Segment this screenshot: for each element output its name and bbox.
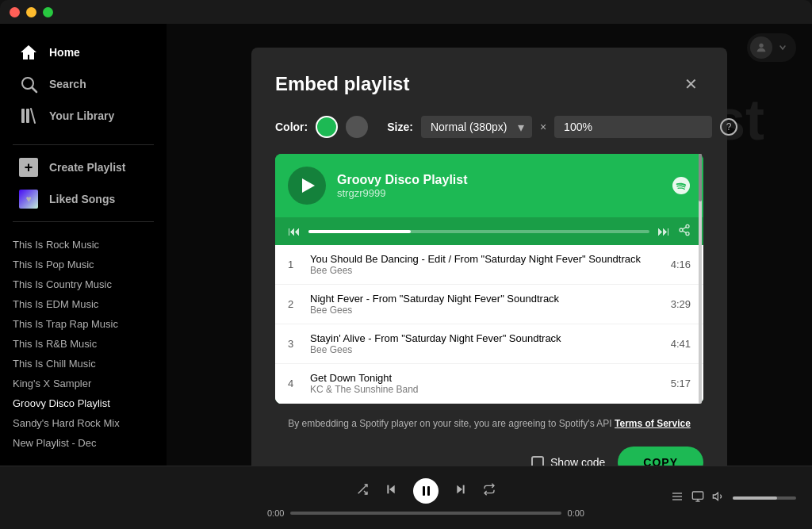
list-item[interactable]: King's X Sampler [13,374,154,393]
options-row: Color: Size: Normal (380px)Compact (80px… [275,116,703,138]
svg-line-10 [683,227,687,229]
content-area: list Embed playlist ✕ [167,24,812,466]
player-bar-right [638,490,796,505]
scroll-indicator [699,154,702,404]
show-code-label[interactable]: Show code [531,456,605,466]
track-name: Stayin' Alive - From "Saturday Night Fev… [310,332,665,344]
close-window-button[interactable] [10,7,20,17]
sidebar-divider [13,144,154,145]
sidebar-item-library[interactable]: Your Library [6,100,160,132]
table-row[interactable]: 1 You Should Be Dancing - Edit / From "S… [275,245,703,285]
size-select-wrapper: Normal (380px)Compact (80px)Large (640px… [421,116,532,138]
sidebar-divider-2 [13,221,154,222]
list-item[interactable]: New Playlist - Dec [13,433,154,453]
maximize-window-button[interactable] [43,7,53,17]
size-select[interactable]: Normal (380px)Compact (80px)Large (640px… [421,116,532,138]
svg-rect-3 [26,109,29,123]
modal-title: Embed playlist [275,73,409,95]
track-duration: 4:16 [671,259,691,270]
svg-point-7 [680,228,683,232]
main-content: Home Search Your Library + [0,24,812,466]
window-chrome [0,0,812,24]
show-code-checkbox[interactable] [531,456,544,466]
player-preview: Groovy Disco Playlist strgzr9999 [275,154,703,404]
show-code-text: Show code [550,456,605,466]
list-item-active[interactable]: Groovy Disco Playlist [13,393,154,413]
help-icon[interactable]: ? [720,118,737,136]
progress-fill [308,230,411,233]
devices-icon[interactable] [691,490,704,505]
liked-songs-label: Liked Songs [49,193,115,205]
track-artist: Bee Gees [310,265,665,276]
track-name: Night Fever - From "Saturday Night Fever… [310,293,665,305]
sidebar-item-home[interactable]: Home [6,36,160,68]
sidebar-playlist-list: This Is Rock Music This Is Pop Music Thi… [0,235,167,453]
track-info: Stayin' Alive - From "Saturday Night Fev… [304,332,671,355]
svg-marker-23 [713,493,718,500]
play-pause-button[interactable] [413,478,439,504]
create-playlist-label: Create Playlist [49,161,126,174]
list-item[interactable]: Sandy's Hard Rock Mix [13,413,154,433]
size-multiplier: × [540,121,546,133]
player-bar-center: 0:00 0:00 [214,478,638,518]
close-modal-button[interactable]: ✕ [678,71,703,97]
track-number: 4 [288,378,304,389]
skip-forward-button[interactable]: ⏭ [657,224,670,239]
queue-icon[interactable] [671,490,684,505]
color-option-group: Color: [275,116,368,138]
player-playlist-name: Groovy Disco Playlist [337,173,661,187]
color-gray-swatch[interactable] [346,116,368,138]
size-label: Size: [387,121,413,133]
color-green-swatch[interactable] [316,116,338,138]
track-number: 1 [288,259,304,270]
play-triangle-icon [302,178,315,193]
track-duration: 5:17 [671,378,691,389]
list-item[interactable]: This Is R&B Music [13,334,154,354]
liked-songs-button[interactable]: ♥ Liked Songs [6,183,160,215]
library-icon [19,106,38,125]
list-item[interactable]: This Is Country Music [13,274,154,294]
size-percent-input[interactable] [554,116,712,138]
list-item[interactable]: This Is Trap Rap Music [13,314,154,334]
table-row[interactable]: 4 Get Down Tonight KC & The Sunshine Ban… [275,364,703,404]
track-info: You Should Be Dancing - Edit / From "Sat… [304,253,671,276]
svg-marker-13 [389,485,395,493]
list-item[interactable]: This Is Pop Music [13,255,154,274]
track-number: 2 [288,298,304,310]
sidebar-item-search[interactable]: Search [6,68,160,100]
modal-footer: Show code COPY [275,447,703,466]
list-item[interactable]: This Is Chill Music [13,354,154,374]
table-row[interactable]: 2 Night Fever - From "Saturday Night Fev… [275,285,703,324]
liked-songs-icon: ♥ [19,190,38,209]
track-artist: Bee Gees [310,305,665,316]
skip-back-button[interactable]: ⏮ [288,224,301,239]
skip-forward-button[interactable] [454,483,467,499]
repeat-button[interactable] [483,483,496,499]
svg-line-1 [33,88,37,93]
minimize-window-button[interactable] [26,7,36,17]
sidebar: Home Search Your Library + [0,24,167,466]
list-item[interactable]: This Is Rock Music [13,235,154,255]
progress-track-bar[interactable] [290,512,561,515]
create-playlist-button[interactable]: + Create Playlist [6,151,160,183]
skip-back-button[interactable] [385,483,397,499]
player-controls: ⏮ ⏭ [275,217,703,245]
color-label: Color: [275,121,308,133]
player-bar-controls [356,478,496,504]
svg-point-6 [686,224,689,228]
progress-bar[interactable] [308,230,649,233]
share-button[interactable] [678,224,691,239]
shuffle-button[interactable] [356,483,369,499]
copy-button[interactable]: COPY [618,447,703,466]
svg-rect-14 [387,485,389,493]
sidebar-nav: Home Search Your Library [0,30,167,138]
track-name: Get Down Tonight [310,372,665,384]
table-row[interactable]: 3 Stayin' Alive - From "Saturday Night F… [275,324,703,364]
volume-bar[interactable] [733,496,796,500]
create-playlist-icon: + [19,158,38,177]
list-item[interactable]: This Is EDM Music [13,294,154,314]
volume-icon[interactable] [712,490,725,505]
track-duration: 3:29 [671,298,691,310]
terms-of-service-link[interactable]: Terms of Service [615,418,691,429]
preview-play-button[interactable] [288,167,326,205]
